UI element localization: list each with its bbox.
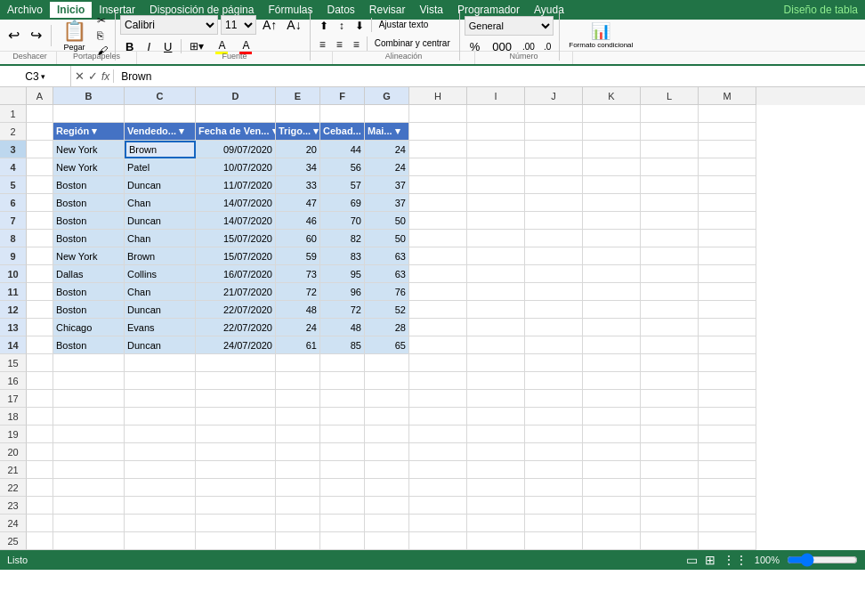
- cell-D5[interactable]: 11/07/2020: [196, 176, 276, 194]
- cell-E12[interactable]: 48: [276, 301, 320, 319]
- cell-J18[interactable]: [525, 408, 583, 426]
- cell-K22[interactable]: [583, 479, 641, 497]
- cell-F16[interactable]: [320, 372, 365, 390]
- cell-A11[interactable]: [27, 283, 53, 301]
- cell-G9[interactable]: 63: [365, 247, 409, 265]
- cell-D12[interactable]: 22/07/2020: [196, 301, 276, 319]
- cell-E11[interactable]: 72: [276, 283, 320, 301]
- view-normal-btn[interactable]: ▭: [686, 553, 698, 567]
- cell-G12[interactable]: 52: [365, 301, 409, 319]
- cortar-btn[interactable]: ✂: [94, 13, 110, 28]
- format-condicional-btn[interactable]: 📊 Formato condicional: [564, 19, 637, 52]
- cell-C4[interactable]: Patel: [125, 158, 196, 176]
- cell-I18[interactable]: [467, 408, 525, 426]
- cell-B18[interactable]: [53, 408, 125, 426]
- cell-M23[interactable]: [699, 497, 756, 515]
- cell-A9[interactable]: [27, 247, 53, 265]
- cell-E3[interactable]: 20: [276, 141, 320, 158]
- cell-D22[interactable]: [196, 479, 276, 497]
- cell-M13[interactable]: [699, 319, 756, 336]
- cell-A18[interactable]: [27, 408, 53, 426]
- cell-K21[interactable]: [583, 461, 641, 479]
- align-middle-btn[interactable]: ↕: [335, 18, 349, 34]
- cell-I17[interactable]: [467, 390, 525, 408]
- cell-F13[interactable]: 48: [320, 319, 365, 336]
- cell-A13[interactable]: [27, 319, 53, 336]
- cell-A21[interactable]: [27, 461, 53, 479]
- cell-A6[interactable]: [27, 194, 53, 212]
- cell-L8[interactable]: [641, 230, 699, 247]
- cell-H9[interactable]: [409, 247, 467, 265]
- cell-F24[interactable]: [320, 515, 365, 532]
- cell-G20[interactable]: [365, 443, 409, 461]
- cell-B13[interactable]: Chicago: [53, 319, 125, 336]
- cell-G23[interactable]: [365, 497, 409, 515]
- cell-K12[interactable]: [583, 301, 641, 319]
- cell-K3[interactable]: [583, 141, 641, 158]
- cell-F5[interactable]: 57: [320, 176, 365, 194]
- cell-I9[interactable]: [467, 247, 525, 265]
- cell-D17[interactable]: [196, 390, 276, 408]
- cell-E20[interactable]: [276, 443, 320, 461]
- font-selector[interactable]: Calibri: [120, 15, 218, 35]
- formula-confirm-icon[interactable]: ✓: [88, 69, 98, 83]
- cell-K18[interactable]: [583, 408, 641, 426]
- cell-M22[interactable]: [699, 479, 756, 497]
- cell-A2[interactable]: [27, 123, 53, 141]
- cell-F12[interactable]: 72: [320, 301, 365, 319]
- cell-F15[interactable]: [320, 354, 365, 372]
- cell-D15[interactable]: [196, 354, 276, 372]
- cell-G11[interactable]: 76: [365, 283, 409, 301]
- cell-H23[interactable]: [409, 497, 467, 515]
- cell-E13[interactable]: 24: [276, 319, 320, 336]
- cell-C18[interactable]: [125, 408, 196, 426]
- cell-F9[interactable]: 83: [320, 247, 365, 265]
- cell-I4[interactable]: [467, 158, 525, 176]
- cell-B22[interactable]: [53, 479, 125, 497]
- cell-K5[interactable]: [583, 176, 641, 194]
- cell-K4[interactable]: [583, 158, 641, 176]
- cell-L5[interactable]: [641, 176, 699, 194]
- cell-M24[interactable]: [699, 515, 756, 532]
- cell-F25[interactable]: [320, 532, 365, 550]
- cell-L22[interactable]: [641, 479, 699, 497]
- cell-G25[interactable]: [365, 532, 409, 550]
- cell-L4[interactable]: [641, 158, 699, 176]
- cell-I22[interactable]: [467, 479, 525, 497]
- cell-M15[interactable]: [699, 354, 756, 372]
- cell-F2[interactable]: Cebad... ▾: [320, 123, 365, 141]
- cell-I8[interactable]: [467, 230, 525, 247]
- cell-J17[interactable]: [525, 390, 583, 408]
- cell-L13[interactable]: [641, 319, 699, 336]
- cell-G8[interactable]: 50: [365, 230, 409, 247]
- cell-K16[interactable]: [583, 372, 641, 390]
- cell-J10[interactable]: [525, 265, 583, 283]
- cell-E2[interactable]: Trigo... ▾: [276, 123, 320, 141]
- cell-B21[interactable]: [53, 461, 125, 479]
- cell-F7[interactable]: 70: [320, 212, 365, 230]
- cell-D16[interactable]: [196, 372, 276, 390]
- cell-H15[interactable]: [409, 354, 467, 372]
- align-top-btn[interactable]: ⬆: [315, 18, 333, 34]
- cell-C19[interactable]: [125, 426, 196, 443]
- cell-K14[interactable]: [583, 336, 641, 354]
- cell-G19[interactable]: [365, 426, 409, 443]
- cell-L17[interactable]: [641, 390, 699, 408]
- cell-B7[interactable]: Boston: [53, 212, 125, 230]
- cell-J20[interactable]: [525, 443, 583, 461]
- cell-B12[interactable]: Boston: [53, 301, 125, 319]
- cell-B25[interactable]: [53, 532, 125, 550]
- cell-G5[interactable]: 37: [365, 176, 409, 194]
- cell-F23[interactable]: [320, 497, 365, 515]
- cell-B24[interactable]: [53, 515, 125, 532]
- cell-F20[interactable]: [320, 443, 365, 461]
- cell-J2[interactable]: [525, 123, 583, 141]
- cell-I20[interactable]: [467, 443, 525, 461]
- cell-C17[interactable]: [125, 390, 196, 408]
- cell-I7[interactable]: [467, 212, 525, 230]
- cell-G13[interactable]: 28: [365, 319, 409, 336]
- cell-B4[interactable]: New York: [53, 158, 125, 176]
- cell-C10[interactable]: Collins: [125, 265, 196, 283]
- cell-G14[interactable]: 65: [365, 336, 409, 354]
- cell-M7[interactable]: [699, 212, 756, 230]
